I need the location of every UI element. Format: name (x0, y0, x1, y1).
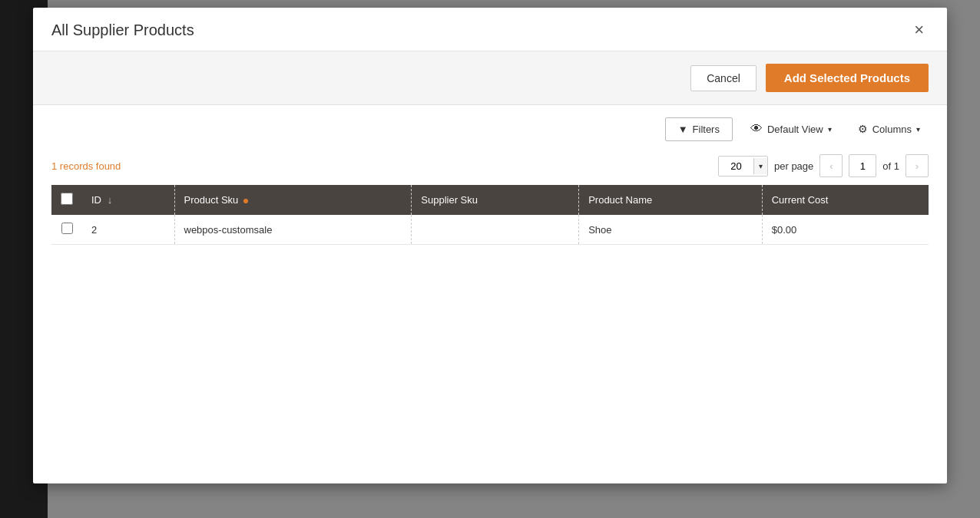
row-checkbox-cell[interactable] (51, 215, 82, 245)
modal-overlay: All Supplier Products × Cancel Add Selec… (0, 0, 980, 518)
records-found: 1 records found (51, 160, 121, 172)
close-button[interactable]: × (909, 20, 929, 40)
sort-icon: ↓ (108, 194, 113, 206)
table-row: 2 webpos-customsale Shoe $0.00 (51, 215, 929, 245)
prev-page-button[interactable]: ‹ (819, 154, 843, 177)
row-current-cost-cell: $0.00 (762, 215, 929, 245)
modal-title: All Supplier Products (51, 21, 194, 39)
supplier-sku-column-header[interactable]: Supplier Sku (412, 185, 579, 215)
per-page-label: per page (774, 160, 813, 172)
row-product-name: Shoe (588, 224, 611, 236)
next-page-button[interactable]: › (906, 154, 929, 177)
modal-header: All Supplier Products × (33, 8, 947, 51)
current-cost-column-header[interactable]: Current Cost (762, 185, 929, 215)
select-all-column[interactable] (51, 185, 82, 215)
row-product-name-cell: Shoe (579, 215, 763, 245)
action-bar: Cancel Add Selected Products (33, 51, 947, 105)
chevron-down-icon: ▾ (828, 125, 832, 134)
id-label: ID (91, 194, 101, 206)
products-table-wrapper: ID ↓ Product Sku Supplier Sku Product Na… (33, 185, 947, 245)
pagination: ▾ per page ‹ of 1 › (718, 154, 929, 177)
product-sku-column-header[interactable]: Product Sku (174, 185, 412, 215)
row-id-cell: 2 (82, 215, 174, 245)
page-total: of 1 (882, 160, 899, 172)
per-page-selector[interactable]: ▾ (718, 156, 768, 177)
row-checkbox[interactable] (61, 223, 73, 234)
per-page-dropdown-arrow[interactable]: ▾ (753, 158, 767, 174)
row-id: 2 (91, 224, 97, 236)
toolbar: ▼ Filters 👁 Default View ▾ ⚙ Columns ▾ (33, 105, 947, 150)
select-all-checkbox[interactable] (61, 193, 73, 205)
chevron-down-icon-2: ▾ (916, 125, 920, 134)
filter-icon: ▼ (678, 124, 688, 135)
table-header-row: ID ↓ Product Sku Supplier Sku Product Na… (51, 185, 929, 215)
filters-button[interactable]: ▼ Filters (665, 117, 733, 141)
product-name-label: Product Name (588, 194, 652, 206)
table-body: 2 webpos-customsale Shoe $0.00 (51, 215, 929, 245)
cancel-button[interactable]: Cancel (690, 65, 757, 91)
eye-icon: 👁 (750, 122, 763, 136)
per-page-input[interactable] (719, 157, 753, 176)
current-cost-label: Current Cost (772, 194, 829, 206)
product-name-column-header[interactable]: Product Name (579, 185, 763, 215)
current-page-input[interactable] (849, 154, 876, 177)
modal-container: All Supplier Products × Cancel Add Selec… (33, 8, 947, 483)
default-view-button[interactable]: 👁 Default View ▾ (742, 116, 840, 142)
required-indicator (243, 199, 248, 203)
row-supplier-sku-cell (412, 215, 579, 245)
row-product-sku: webpos-customsale (184, 224, 273, 236)
supplier-sku-label: Supplier Sku (421, 194, 478, 206)
table-controls: 1 records found ▾ per page ‹ of 1 › (33, 150, 947, 185)
row-current-cost: $0.00 (772, 224, 797, 236)
product-sku-label: Product Sku (184, 194, 239, 206)
view-label: Default View (767, 124, 823, 135)
filters-label: Filters (693, 124, 720, 135)
add-selected-products-button[interactable]: Add Selected Products (766, 64, 929, 92)
row-product-sku-cell: webpos-customsale (174, 215, 412, 245)
products-table: ID ↓ Product Sku Supplier Sku Product Na… (51, 185, 929, 245)
columns-label: Columns (872, 124, 912, 135)
columns-button[interactable]: ⚙ Columns ▾ (849, 117, 929, 141)
gear-icon: ⚙ (858, 123, 868, 135)
id-column-header[interactable]: ID ↓ (82, 185, 174, 215)
